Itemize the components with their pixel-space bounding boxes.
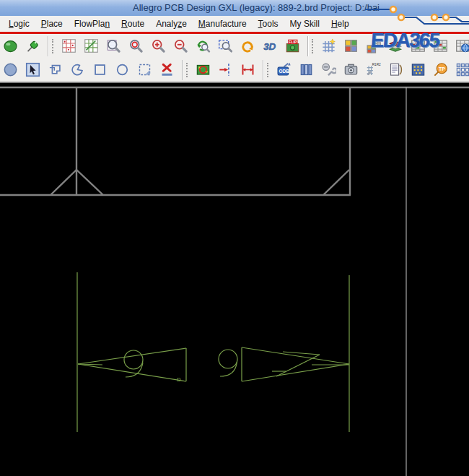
color-dialog-icon[interactable] (342, 37, 359, 56)
toolbar-separator (263, 60, 264, 80)
flip-design-icon[interactable]: FLIP (284, 37, 301, 56)
menu-flowplan[interactable]: FlowPlan (69, 17, 115, 31)
pin-window-icon[interactable] (24, 37, 41, 56)
color-priority-icon[interactable] (364, 37, 382, 56)
rename-refdes-icon[interactable]: R1R2 U1 U2 (364, 61, 382, 79)
toolbar-separator (48, 36, 49, 56)
shape-rectangle-icon[interactable] (91, 61, 108, 79)
dfa-spacing-icon[interactable] (454, 61, 469, 79)
pin-matrix-icon[interactable] (409, 61, 426, 79)
snapshot-icon[interactable] (342, 61, 359, 79)
report-list-icon[interactable] (387, 61, 404, 79)
grid-etch-icon[interactable] (82, 37, 100, 56)
svg-text:TP: TP (438, 66, 444, 72)
menu-manufacture[interactable]: Manufacture (193, 17, 253, 31)
zoom-fit-icon[interactable] (127, 37, 144, 56)
undo-icon[interactable] (239, 37, 256, 56)
toolbar-separator (182, 60, 183, 80)
testpoint-icon[interactable]: TP (431, 61, 449, 79)
menu-place[interactable]: Place (35, 17, 69, 31)
shape-arc-icon[interactable] (69, 61, 86, 79)
menu-logic[interactable]: Logic (3, 17, 35, 31)
status-spreadsheet-icon[interactable] (409, 37, 426, 56)
padstack-columns-icon[interactable] (297, 61, 315, 79)
fix-component-icon[interactable] (320, 61, 337, 79)
menu-bar: LogicPlaceFlowPlanRouteAnalyzeManufactur… (0, 16, 469, 32)
view-world-icon[interactable] (1, 37, 19, 56)
toolbar-drag-handle (186, 63, 190, 77)
title-bar[interactable]: Allegro PCB Design GXL (legacy): 889-2.b… (0, 0, 469, 17)
zoom-previous-icon[interactable] (194, 37, 211, 56)
measure-distance-icon[interactable] (239, 61, 256, 79)
view-3d-icon[interactable]: 3D (261, 37, 279, 56)
select-arrow-icon[interactable] (24, 61, 41, 79)
highlight-board-icon[interactable] (194, 61, 211, 79)
svg-text:FLIP: FLIP (288, 40, 297, 44)
toolbar-separator (307, 36, 309, 56)
menu-route[interactable]: Route (115, 17, 150, 31)
zoom-in-icon[interactable] (149, 37, 167, 56)
shape-polygon-icon[interactable] (46, 61, 63, 79)
toolbar-row-2: ODBR1R2 U1 U2TP (0, 58, 469, 82)
zoom-out-icon[interactable] (172, 37, 189, 56)
grid-points-icon[interactable] (60, 37, 77, 56)
shape-delete-icon[interactable] (158, 61, 175, 79)
toolbar-drag-handle (312, 39, 315, 53)
svg-text:R1R2 U1 U2: R1R2 U1 U2 (372, 63, 380, 66)
odb-export-icon[interactable]: ODB (275, 61, 292, 79)
snap-to-line-icon[interactable] (216, 61, 234, 79)
shape-select-icon[interactable] (136, 61, 153, 79)
silkscreen-label: D (177, 376, 181, 383)
menu-tools[interactable]: Tools (253, 17, 284, 31)
svg-text:3D: 3D (263, 41, 276, 52)
svg-text:ODB: ODB (279, 69, 289, 74)
toolbar-drag-handle (52, 39, 56, 53)
window-title: Allegro PCB Design GXL (legacy): 889-2.b… (133, 2, 380, 13)
menu-analyze[interactable]: Analyze (150, 17, 193, 31)
menu-my-skill[interactable]: My Skill (284, 17, 325, 31)
shape-circle-filled-icon[interactable] (1, 61, 19, 79)
pcb-design-canvas[interactable]: D (0, 82, 469, 476)
zoom-selection-icon[interactable] (216, 37, 234, 56)
toolbar-row-1: 3DFLIP (0, 34, 469, 58)
shape-circle-icon[interactable] (113, 61, 131, 79)
grid-toggle-icon[interactable] (320, 37, 337, 56)
menu-help[interactable]: Help (325, 17, 355, 31)
cross-section-spreadsheet-icon[interactable] (454, 37, 469, 56)
zoom-by-points-icon[interactable] (105, 37, 122, 56)
constraint-spreadsheet-icon[interactable] (431, 37, 449, 56)
pcb-drawing: D (0, 83, 469, 476)
toolbar-drag-handle (267, 63, 271, 77)
layer-stackup-icon[interactable] (387, 37, 404, 56)
